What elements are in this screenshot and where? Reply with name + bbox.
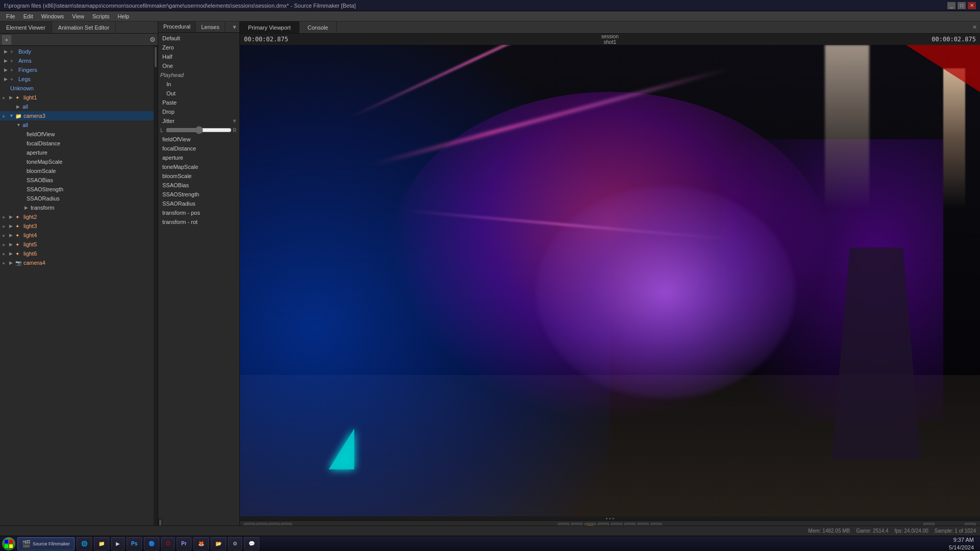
- tree-item-body[interactable]: ▶ + Body: [0, 47, 154, 56]
- menu-file[interactable]: File: [2, 13, 19, 19]
- tree-item-tonemapscale[interactable]: toneMapScale: [0, 157, 154, 166]
- menu-windows[interactable]: Windows: [37, 13, 68, 19]
- taskbar-premiere[interactable]: Pr: [177, 537, 191, 550]
- proc-item-in[interactable]: In: [158, 80, 239, 89]
- maximize-button[interactable]: □: [958, 2, 966, 9]
- tree-item-transform[interactable]: ▶ transform: [0, 203, 154, 212]
- taskbar-ie[interactable]: 🌐: [77, 537, 92, 550]
- tree-item-focaldistance[interactable]: focalDistance: [0, 139, 154, 148]
- eye-icon[interactable]: ●: [2, 251, 9, 257]
- arms-icon: +: [10, 58, 17, 64]
- tree-scrollbar[interactable]: [154, 46, 158, 536]
- proc-item-transform-rot[interactable]: transform - rot: [158, 217, 239, 227]
- proc-item-paste[interactable]: Paste: [158, 98, 239, 107]
- tab-primary-viewport[interactable]: Primary Viewport: [240, 21, 300, 33]
- tree-item-legs[interactable]: ▶ + Legs: [0, 74, 154, 84]
- tree-item-fieldofview[interactable]: fieldOfView: [0, 130, 154, 139]
- start-button[interactable]: [2, 537, 15, 550]
- eye-icon[interactable]: ●: [2, 214, 9, 220]
- tree-item-unknown[interactable]: Unknown: [0, 84, 154, 93]
- minimize-button[interactable]: _: [947, 2, 955, 9]
- tree-item-light6[interactable]: ● ▶ ✦ light6: [0, 249, 154, 258]
- taskbar-media[interactable]: ▶: [111, 537, 125, 550]
- tree-item-fingers[interactable]: ▶ + Fingers: [0, 65, 154, 74]
- tree-item-bloomscale[interactable]: bloomScale: [0, 166, 154, 176]
- jitter-scroll-icon[interactable]: ▼: [232, 118, 237, 124]
- tab-procedural[interactable]: Procedural: [158, 21, 196, 32]
- proc-item-focaldistance[interactable]: focalDistance: [158, 144, 239, 153]
- eye-icon[interactable]: ●: [2, 223, 9, 229]
- viewport-header: 00:00:02.875 session shot1 00:00:02.875: [240, 34, 980, 45]
- viewport-close-btn[interactable]: ✕: [969, 21, 980, 33]
- menu-edit[interactable]: Edit: [19, 13, 37, 19]
- expand-arrow: ▶: [9, 251, 15, 256]
- taskbar-explorer[interactable]: 📁: [94, 537, 109, 550]
- expand-arrow: ▶: [9, 95, 15, 100]
- add-button[interactable]: +: [2, 35, 11, 44]
- taskbar-discord[interactable]: 💬: [244, 537, 259, 550]
- proc-item-aperture[interactable]: aperture: [158, 153, 239, 162]
- tree-item-camera3[interactable]: ● ▼ 📁 camera3: [0, 111, 154, 120]
- taskbar-chrome[interactable]: 🔵: [144, 537, 159, 550]
- eye-icon[interactable]: ●: [2, 233, 9, 238]
- close-button[interactable]: ✕: [968, 2, 976, 9]
- menu-help[interactable]: Help: [114, 13, 134, 19]
- taskbar-ps[interactable]: Ps: [127, 537, 142, 550]
- tab-element-viewer[interactable]: Element Viewer: [0, 21, 52, 33]
- taskbar-opera[interactable]: O: [161, 537, 175, 550]
- cyan-triangle: [329, 429, 354, 469]
- tree-item-light4[interactable]: ● ▶ ✦ light4: [0, 231, 154, 240]
- proc-item-default[interactable]: Default: [158, 34, 239, 43]
- proc-item-zero[interactable]: Zero: [158, 43, 239, 52]
- proc-item-bloomscale[interactable]: bloomScale: [158, 171, 239, 181]
- tree-item-all-camera3[interactable]: ▼ all: [0, 120, 154, 130]
- proc-item-one[interactable]: One: [158, 61, 239, 70]
- tree-item-light5[interactable]: ● ▶ ✦ light5: [0, 240, 154, 249]
- proc-close-btn[interactable]: ▼: [230, 21, 239, 32]
- tree-item-light3[interactable]: ● ▶ ✦ light3: [0, 221, 154, 231]
- eye-icon[interactable]: ●: [2, 95, 9, 101]
- proc-item-ssaobias[interactable]: SSAOBias: [158, 181, 239, 190]
- main-layout: Element Viewer Animation Set Editor + ⚙ …: [0, 21, 980, 536]
- taskbar: 🎬 Source Filmmaker 🌐 📁 ▶ Ps 🔵 O Pr 🦊 📂 ⚙…: [0, 536, 980, 551]
- tree-item-light2[interactable]: ● ▶ ✦ light2: [0, 212, 154, 221]
- element-tree: ▶ + Body ▶ + Arms ▶ + Fingers: [0, 46, 154, 536]
- proc-item-out[interactable]: Out: [158, 89, 239, 98]
- tree-label-fieldofview: fieldOfView: [27, 131, 154, 137]
- viewport-canvas[interactable]: [240, 45, 980, 516]
- taskbar-steam[interactable]: ⚙: [228, 537, 242, 550]
- tree-item-camera4[interactable]: ● ▶ 📷 camera4: [0, 258, 154, 267]
- menu-scripts[interactable]: Scripts: [88, 13, 114, 19]
- tab-lenses[interactable]: Lenses: [196, 21, 225, 32]
- proc-item-ssaostrength[interactable]: SSAOStrength: [158, 190, 239, 199]
- taskbar-folder[interactable]: 📂: [211, 537, 226, 550]
- proc-item-transform-pos[interactable]: transform - pos: [158, 208, 239, 217]
- eye-icon[interactable]: ●: [2, 242, 9, 247]
- taskbar-firefox[interactable]: 🦊: [193, 537, 209, 550]
- windows-logo-icon: [4, 539, 13, 548]
- menu-view[interactable]: View: [68, 13, 88, 19]
- tree-item-all-1[interactable]: ▶ all: [0, 102, 154, 111]
- tree-item-aperture[interactable]: aperture: [0, 148, 154, 157]
- proc-item-fieldofview[interactable]: fieldOfView: [158, 135, 239, 144]
- tree-item-arms[interactable]: ▶ + Arms: [0, 56, 154, 65]
- settings-icon[interactable]: ⚙: [150, 36, 156, 43]
- eye-icon[interactable]: ●: [2, 113, 9, 119]
- proc-item-drop[interactable]: Drop: [158, 107, 239, 116]
- window-controls[interactable]: _ □ ✕: [947, 2, 976, 9]
- taskbar-sfm[interactable]: 🎬 Source Filmmaker: [17, 537, 75, 550]
- proc-item-half[interactable]: Half: [158, 52, 239, 61]
- tree-label-ssaoradius: SSAORadius: [27, 195, 154, 202]
- tree-item-ssaostrength[interactable]: SSAOStrength: [0, 185, 154, 194]
- eye-icon[interactable]: ●: [2, 260, 9, 266]
- proc-slider[interactable]: [166, 127, 232, 134]
- tree-item-ssaobias[interactable]: SSAOBias: [0, 176, 154, 185]
- proc-item-tonemapscale[interactable]: toneMapScale: [158, 162, 239, 171]
- tree-item-light1[interactable]: ● ▶ ✦ light1: [0, 93, 154, 102]
- tree-item-ssaoradius[interactable]: SSAORadius: [0, 194, 154, 203]
- proc-tabs: Procedural Lenses ▼: [158, 21, 239, 33]
- proc-item-ssaoradius[interactable]: SSAORadius: [158, 199, 239, 208]
- tab-console[interactable]: Console: [300, 21, 337, 33]
- proc-item-jitter[interactable]: Jitter ▼: [158, 116, 239, 126]
- tab-animation-set-editor[interactable]: Animation Set Editor: [52, 21, 116, 33]
